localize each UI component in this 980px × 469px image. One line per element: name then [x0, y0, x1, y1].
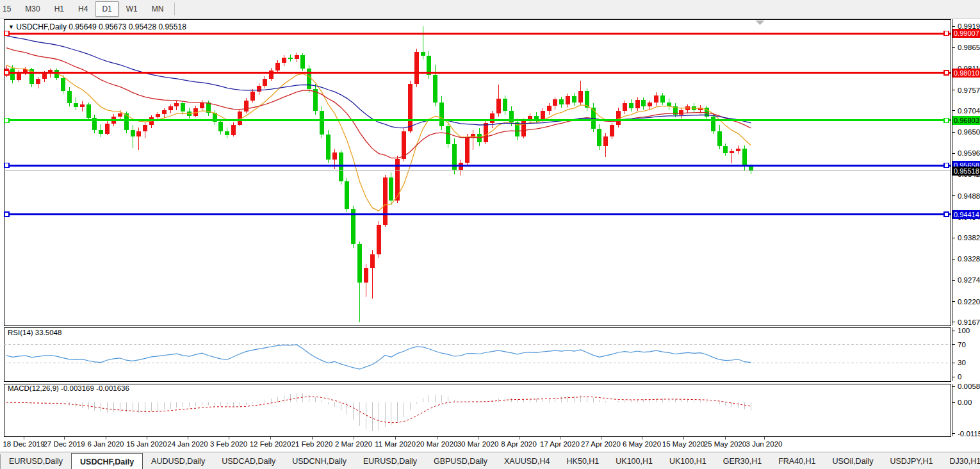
candle-body — [282, 58, 286, 62]
candle-body — [389, 177, 393, 201]
chart-tab-audusd-2[interactable]: AUDUSD,Daily — [143, 452, 213, 469]
date-axis-label: 2 Mar 2020 — [335, 440, 372, 448]
date-axis-label: 20 Mar 2020 — [416, 440, 458, 448]
rsi-axis-label: 0 — [958, 373, 961, 381]
hline-handle[interactable] — [4, 118, 9, 122]
date-axis-label: 6 May 2020 — [623, 440, 661, 448]
candle-body — [654, 95, 658, 103]
chart-tab-uk100-9[interactable]: UK100,H1 — [607, 452, 661, 469]
chart-title: ▼ USDCHF,Daily 0.95649 0.95673 0.95428 0… — [8, 22, 186, 31]
timeframe-button-15[interactable]: 15 — [1, 1, 17, 17]
rsi-axis-label: 30 — [958, 359, 966, 366]
candle-body — [42, 73, 47, 79]
plot-border — [4, 19, 951, 325]
candle-body — [67, 91, 72, 104]
hline-handle[interactable] — [4, 31, 9, 36]
timeframe-toolbar: 15M30H1H4D1W1MN — [0, 0, 980, 19]
chart-tab-gbpusd-6[interactable]: GBPUSD,Daily — [425, 452, 496, 469]
hline-handle[interactable] — [944, 31, 949, 36]
chart-tab-dj30-15[interactable]: DJ30,H1 — [942, 452, 980, 469]
hline-handle[interactable] — [4, 70, 9, 75]
price-axis-tick-label: 0.96505 — [958, 128, 980, 136]
candle-body — [10, 69, 15, 80]
date-axis-tick — [437, 437, 437, 440]
candle-body — [660, 95, 665, 103]
rsi-panel[interactable]: 10070300 — [0, 327, 980, 383]
hline-handle[interactable] — [944, 163, 949, 168]
candle-body — [723, 146, 728, 152]
rsi-axis-label: 100 — [958, 327, 970, 334]
candle-body — [105, 124, 110, 135]
date-axis-label: 17 Apr 2020 — [540, 440, 580, 448]
timeframe-button-h4[interactable]: H4 — [72, 1, 94, 17]
price-axis-tick-label: 0.99190 — [958, 22, 980, 30]
symbol-dropdown-icon[interactable]: ▼ — [8, 24, 14, 30]
rsi-axis-label: 70 — [958, 341, 966, 349]
chart-tab-usdcnh-4[interactable]: USDCNH,Daily — [284, 452, 355, 469]
price-axis-tick-label: 0.92740 — [958, 276, 980, 284]
candle-body — [610, 125, 614, 136]
candle-body — [80, 104, 85, 107]
date-axis-label: 15 May 2020 — [662, 440, 705, 448]
candle-body — [414, 52, 419, 84]
chart-tab-uk100-10[interactable]: UK100,H1 — [661, 452, 715, 469]
chart-tab-fra40-12[interactable]: FRA40,H1 — [770, 452, 824, 469]
candle-body — [484, 123, 488, 142]
chart-tab-usdcad-3[interactable]: USDCAD,Daily — [213, 452, 284, 469]
date-axis-label: 11 Mar 2020 — [375, 440, 416, 448]
candle-body — [572, 96, 576, 103]
candle-body — [446, 126, 450, 144]
hline-handle[interactable] — [944, 212, 949, 217]
chart-tab-eurusd-5[interactable]: EURUSD,Daily — [355, 452, 425, 469]
macd-panel[interactable]: 0.0058180.00-0.01151 — [0, 383, 980, 437]
current-price-label: 0.95518 — [954, 167, 979, 175]
hline-handle[interactable] — [4, 212, 9, 217]
price-chart-panel[interactable]: 0.991900.986500.981100.975700.970450.965… — [0, 18, 980, 327]
timeframe-button-w1[interactable]: W1 — [120, 1, 144, 17]
date-axis-label: 27 Apr 2020 — [581, 440, 621, 448]
rsi-indicator-label: RSI(14) 33.5048 — [8, 329, 61, 336]
hline-handle[interactable] — [4, 163, 9, 168]
candle-body — [181, 103, 185, 111]
candle-body — [679, 110, 683, 115]
chart-tab-usdchf-1[interactable]: USDCHF,Daily — [71, 453, 143, 469]
candle-body — [131, 130, 135, 136]
date-axis-label: 25 May 2020 — [704, 440, 747, 448]
candle-body — [465, 137, 470, 163]
chart-tab-usdjpy-14[interactable]: USDJPY,H1 — [881, 452, 941, 469]
candle-body — [136, 131, 141, 136]
candle-body — [257, 86, 261, 92]
chart-ohlc-values: 0.95649 0.95673 0.95428 0.95518 — [69, 22, 186, 31]
chart-tab-ger30-11[interactable]: GER30,H1 — [715, 452, 770, 469]
candle-body — [345, 181, 349, 209]
chart-tab-usoil-13[interactable]: USOil,Daily — [824, 452, 881, 469]
candle-body — [143, 125, 147, 131]
date-axis-label: 8 Apr 2020 — [501, 440, 537, 448]
candle-body — [736, 149, 740, 152]
date-axis-tick — [106, 437, 106, 440]
candle-body — [578, 91, 583, 103]
candle-body — [357, 244, 362, 283]
chart-tab-xauusd-7[interactable]: XAUUSD,H4 — [496, 452, 559, 469]
hline-handle[interactable] — [944, 70, 949, 75]
timeframe-button-d1[interactable]: D1 — [95, 1, 118, 17]
chart-tab-hk50-8[interactable]: HK50,H1 — [559, 452, 608, 469]
date-axis-label: 24 Jan 2020 — [167, 440, 208, 448]
candle-body — [168, 106, 173, 110]
hline-handle[interactable] — [944, 118, 949, 122]
timeframe-button-mn[interactable]: MN — [145, 1, 170, 17]
timeframe-button-h1[interactable]: H1 — [48, 1, 70, 17]
candle-body — [730, 151, 734, 152]
hline-price-label: 0.96803 — [954, 117, 979, 124]
candle-body — [218, 122, 223, 131]
mt4-window: 15M30H1H4D1W1MN 0.991900.986500.981100.9… — [0, 0, 980, 469]
date-axis-tick — [395, 437, 396, 440]
timeframe-button-m30[interactable]: M30 — [19, 1, 46, 17]
chart-tab-eurusd-0[interactable]: EURUSD,Daily — [1, 452, 71, 469]
candle-body — [477, 134, 482, 142]
date-axis-tick — [560, 437, 560, 440]
candle-body — [74, 103, 78, 107]
candle-body — [603, 136, 608, 146]
rsi-border — [4, 327, 951, 381]
candle-body — [320, 111, 324, 135]
